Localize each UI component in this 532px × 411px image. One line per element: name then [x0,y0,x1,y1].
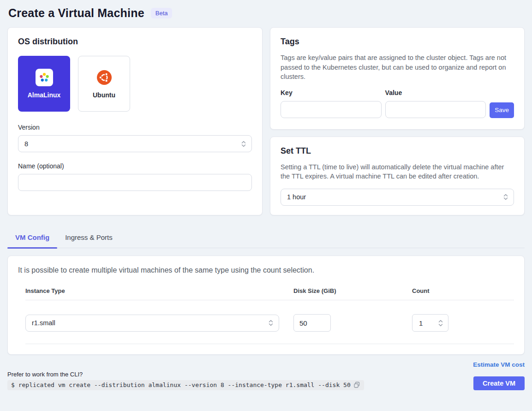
beta-badge: Beta [151,8,173,18]
create-vm-page: Create a Virtual Machine Beta OS distrib… [0,0,532,411]
instance-type-select[interactable]: r1.small [25,315,279,332]
version-select-value: 8 [24,140,28,148]
cli-command-block: $ replicated vm create --distribution al… [7,380,364,390]
tags-card-title: Tags [281,37,514,47]
tag-value-label: Value [385,89,486,96]
ttl-select[interactable]: 1 hour [281,189,514,206]
ubuntu-icon [96,70,112,85]
top-grid: OS distribution [7,27,525,215]
cli-prompt-text: Prefer to work from the CLI? [7,371,364,378]
ttl-card-title: Set TTL [281,146,514,156]
almalinux-logo-box [36,69,53,86]
column-header-count: Count [412,287,514,294]
vm-config-intro: It is possible to create multiple virtua… [18,266,514,274]
os-card-title: OS distribution [18,37,252,47]
vm-name-label: Name (optional) [18,162,252,170]
create-vm-button[interactable]: Create VM [473,376,525,390]
ttl-select-value: 1 hour [287,193,306,201]
count-stepper[interactable]: 1 [412,314,448,332]
tag-entry-row: Key Value Save [281,89,514,118]
vm-config-table: Instance Type Disk Size (GiB) Count r1.s… [25,287,514,344]
right-column: Tags Tags are key/value pairs that are a… [270,27,525,215]
os-tile-almalinux[interactable]: AlmaLinux [18,56,70,112]
tag-value-input[interactable] [385,101,486,118]
estimate-vm-cost-link[interactable]: Estimate VM cost [473,361,525,368]
tag-key-column: Key [281,89,382,118]
disk-size-cell [293,314,412,332]
ttl-description: Setting a TTL (time to live) will automa… [281,162,514,181]
instance-type-cell: r1.small [25,315,293,332]
ttl-card-content: Set TTL Setting a TTL (time to live) wil… [270,137,524,215]
tag-key-label: Key [281,89,382,96]
count-cell: 1 [412,314,514,332]
tag-value-column: Value [385,89,486,118]
page-title: Create a Virtual Machine [8,6,144,20]
tab-bar: VM Config Ingress & Ports [7,228,525,248]
footer-action-row: Prefer to work from the CLI? $ replicate… [7,371,525,390]
save-tag-button[interactable]: Save [490,102,514,118]
table-header-row: Instance Type Disk Size (GiB) Count [25,287,514,300]
os-tile-list: AlmaLinux [18,56,252,112]
table-row: r1.small 1 [25,300,514,344]
os-tile-ubuntu[interactable]: Ubuntu [78,56,130,112]
column-header-disk-size: Disk Size (GiB) [293,287,412,294]
os-distribution-card: OS distribution [7,27,263,215]
version-label: Version [18,124,252,131]
column-header-instance-type: Instance Type [25,287,293,294]
ubuntu-logo-box [96,69,113,86]
chevron-up-down-icon [241,140,246,148]
cli-section: Prefer to work from the CLI? $ replicate… [7,371,364,390]
footer-link-row: Estimate VM cost [7,361,525,368]
stepper-arrows-icon[interactable] [438,320,443,327]
tags-card-content: Tags Tags are key/value pairs that are a… [270,28,524,129]
disk-size-input[interactable] [293,314,331,332]
os-tile-label: Ubuntu [93,91,115,99]
vm-name-input[interactable] [18,174,252,191]
tab-vm-config[interactable]: VM Config [7,228,57,248]
tags-description: Tags are key/value pairs that are assign… [281,53,514,82]
os-card-content: OS distribution [8,28,262,200]
chevron-up-down-icon [503,193,508,201]
tags-card: Tags Tags are key/value pairs that are a… [270,27,525,130]
tab-ingress-ports[interactable]: Ingress & Ports [57,228,120,248]
page-header: Create a Virtual Machine Beta [7,6,525,20]
set-ttl-card: Set TTL Setting a TTL (time to live) wil… [270,137,525,215]
copy-command-button[interactable] [353,381,360,388]
tag-key-input[interactable] [281,101,382,118]
version-select[interactable]: 8 [18,135,252,152]
vm-config-content: It is possible to create multiple virtua… [8,256,524,354]
vm-config-card: It is possible to create multiple virtua… [7,256,525,355]
os-tile-label: AlmaLinux [28,91,61,99]
copy-icon [353,381,360,388]
instance-type-value: r1.small [32,319,55,327]
count-value: 1 [419,319,438,327]
almalinux-icon [38,71,50,83]
chevron-up-down-icon [268,319,274,327]
cli-command-text: $ replicated vm create --distribution al… [11,381,351,388]
